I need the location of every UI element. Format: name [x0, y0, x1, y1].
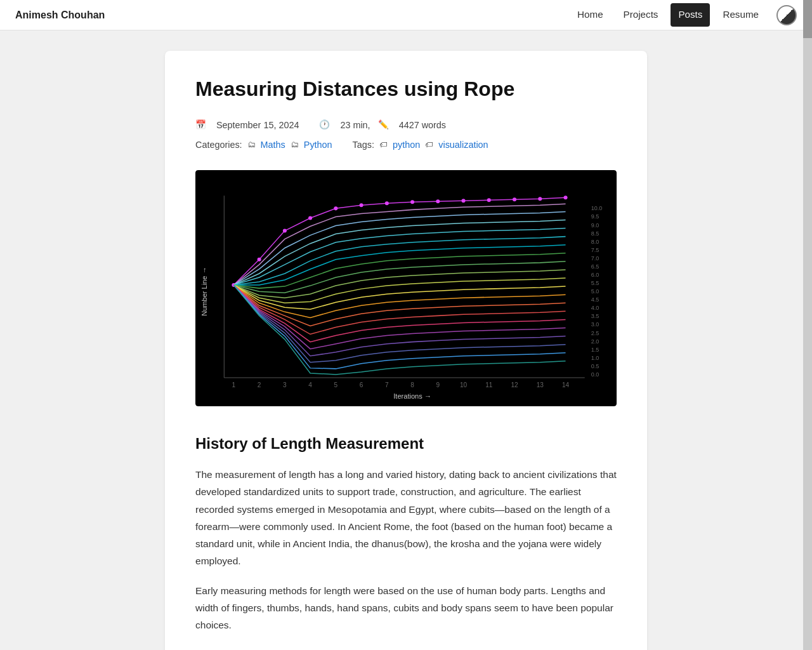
category-maths-link[interactable]: Maths [261, 138, 285, 152]
svg-text:13: 13 [537, 381, 544, 388]
svg-text:6: 6 [360, 381, 363, 388]
tags-group: Tags: 🏷 python 🏷 visualization [353, 138, 488, 152]
nav-brand[interactable]: Animesh Chouhan [15, 7, 105, 23]
post-date-group: 📅 September 15, 2024 [195, 118, 299, 133]
svg-point-43 [385, 201, 389, 205]
section-title: History of Length Measurement [195, 432, 617, 456]
nav-posts[interactable]: Posts [671, 3, 710, 26]
svg-text:10.0: 10.0 [591, 205, 603, 211]
svg-text:9.5: 9.5 [591, 213, 599, 220]
scrollbar[interactable] [803, 0, 812, 650]
nav-projects[interactable]: Projects [616, 3, 666, 26]
categories-group: Categories: 🗂 Maths 🗂 Python [195, 138, 332, 152]
svg-point-45 [436, 199, 440, 203]
svg-point-46 [462, 199, 466, 202]
svg-text:6.5: 6.5 [591, 263, 599, 270]
svg-text:7: 7 [385, 381, 389, 388]
svg-point-38 [258, 258, 261, 262]
scroll-thumb[interactable] [803, 0, 812, 38]
svg-text:9.0: 9.0 [591, 222, 599, 228]
tag-icon-python: 🏷 [379, 138, 388, 151]
post-meta: 📅 September 15, 2024 🕐 23 min, ✏️ 4427 w… [195, 118, 617, 133]
svg-text:0.0: 0.0 [591, 371, 599, 378]
post-paragraph-2: Early measuring methods for length were … [195, 582, 617, 633]
svg-point-41 [334, 206, 337, 210]
categories-label: Categories: [195, 138, 242, 152]
svg-text:3.0: 3.0 [591, 321, 599, 328]
tags-label: Tags: [353, 138, 374, 152]
svg-point-49 [538, 197, 542, 201]
svg-text:5.0: 5.0 [591, 288, 599, 295]
svg-point-47 [487, 198, 491, 202]
svg-text:8: 8 [410, 381, 414, 388]
pencil-icon: ✏️ [378, 118, 389, 132]
category-python-link[interactable]: Python [304, 138, 332, 152]
svg-text:Iterations →: Iterations → [393, 392, 431, 400]
svg-text:4: 4 [308, 381, 312, 388]
svg-text:2.5: 2.5 [591, 329, 599, 336]
svg-text:2: 2 [258, 381, 261, 388]
svg-text:6.0: 6.0 [591, 272, 599, 278]
svg-point-39 [283, 229, 287, 232]
nav-home[interactable]: Home [570, 3, 611, 26]
svg-point-44 [410, 200, 414, 204]
post-title: Measuring Distances using Rope [195, 76, 617, 103]
svg-text:0.5: 0.5 [591, 363, 599, 369]
tag-visualization-link[interactable]: visualization [438, 138, 488, 152]
svg-text:4.5: 4.5 [591, 296, 599, 303]
svg-text:14: 14 [562, 381, 570, 388]
svg-text:Number Line →: Number Line → [200, 267, 208, 315]
svg-text:9: 9 [436, 381, 440, 388]
svg-text:1.5: 1.5 [591, 346, 599, 352]
svg-text:1.0: 1.0 [591, 354, 599, 361]
category-icon-python: 🗂 [291, 138, 299, 151]
svg-text:8.5: 8.5 [591, 230, 599, 236]
svg-text:12: 12 [511, 381, 518, 388]
svg-text:5.5: 5.5 [591, 280, 599, 286]
svg-text:1: 1 [232, 381, 236, 388]
svg-point-48 [513, 197, 516, 201]
navbar: Animesh Chouhan Home Projects Posts Resu… [0, 0, 812, 30]
post-read-time: 23 min, [340, 118, 370, 133]
calendar-icon: 📅 [195, 118, 206, 132]
svg-text:8.0: 8.0 [591, 238, 599, 244]
category-icon-maths: 🗂 [247, 138, 256, 151]
post-stats-group: 🕐 23 min, ✏️ 4427 words [319, 118, 446, 133]
nav-resume[interactable]: Resume [715, 3, 766, 26]
page-wrapper: Measuring Distances using Rope 📅 Septemb… [0, 30, 812, 650]
post-word-count: 4427 words [399, 118, 446, 133]
nav-links: Home Projects Posts Resume [570, 3, 797, 26]
svg-point-42 [360, 203, 363, 207]
post-cats-tags: Categories: 🗂 Maths 🗂 Python Tags: 🏷 pyt… [195, 138, 617, 152]
svg-text:7.0: 7.0 [591, 255, 599, 262]
tag-python-link[interactable]: python [393, 138, 420, 152]
svg-text:2.0: 2.0 [591, 338, 599, 344]
article-card: Measuring Distances using Rope 📅 Septemb… [165, 51, 647, 650]
svg-text:3.5: 3.5 [591, 313, 599, 319]
svg-point-50 [563, 196, 567, 199]
svg-text:3: 3 [283, 381, 287, 388]
tag-icon-visualization: 🏷 [425, 138, 433, 151]
svg-text:4.0: 4.0 [591, 305, 599, 311]
svg-text:11: 11 [485, 381, 493, 388]
clock-icon: 🕐 [319, 118, 330, 132]
svg-text:7.5: 7.5 [591, 246, 599, 253]
svg-text:10: 10 [460, 381, 468, 388]
svg-text:5: 5 [334, 381, 338, 388]
post-date: September 15, 2024 [216, 118, 299, 133]
post-paragraph-1: The measurement of length has a long and… [195, 466, 617, 569]
svg-point-40 [308, 216, 312, 220]
post-chart-image: Number Line → Iterations → 0.0 0.5 1.0 1… [195, 170, 617, 406]
theme-toggle-button[interactable] [776, 5, 797, 25]
